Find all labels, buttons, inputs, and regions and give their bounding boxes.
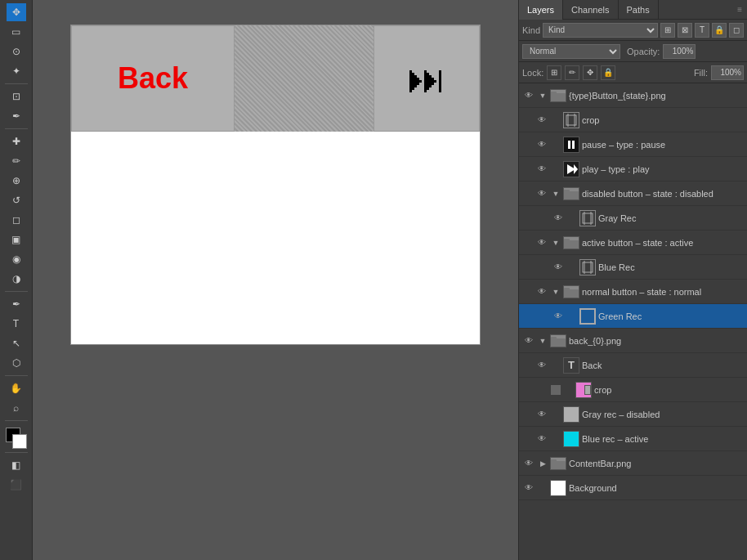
layer-item[interactable]: 👁Blue Rec	[519, 255, 747, 280]
layer-item[interactable]: 👁Gray Rec	[519, 206, 747, 231]
layer-visibility-toggle[interactable]: 👁	[535, 432, 548, 446]
layer-visibility-toggle[interactable]: 👁	[522, 457, 535, 470]
layer-item[interactable]: 👁▼normal button – state : normal	[519, 280, 747, 304]
eyedropper-tool[interactable]: ✒	[7, 107, 26, 125]
move-tool[interactable]: ✥	[7, 3, 26, 21]
lock-all-btn[interactable]: 🔒	[601, 65, 615, 80]
blur-tool[interactable]: ◉	[7, 250, 26, 268]
filter-icon-2[interactable]: ⊠	[678, 23, 692, 38]
shape-tool[interactable]: ⬡	[7, 354, 26, 372]
layer-item[interactable]: 👁▼active button – state : active	[519, 231, 747, 255]
layer-visibility-toggle[interactable]: 👁	[535, 359, 548, 372]
layer-item[interactable]: 👁▼{type}Button_{state}.png	[519, 83, 747, 108]
color-swatch[interactable]	[6, 428, 27, 449]
back-button-preview: Back	[71, 25, 235, 132]
layer-visibility-toggle[interactable]: 👁	[535, 408, 548, 421]
layer-expand-toggle[interactable]	[551, 140, 561, 150]
pen-tool[interactable]: ✒	[7, 295, 26, 313]
opacity-input[interactable]	[663, 44, 696, 59]
filter-select[interactable]: Kind	[543, 23, 658, 38]
layer-expand-toggle[interactable]: ▼	[538, 336, 548, 346]
layer-item[interactable]: 👁pause – type : pause	[519, 132, 747, 157]
divider-5	[5, 420, 28, 421]
filter-icon-4[interactable]: 🔒	[712, 23, 727, 38]
wand-tool[interactable]: ✦	[7, 62, 26, 80]
layer-expand-toggle[interactable]	[551, 164, 561, 174]
layer-expand-toggle[interactable]: ▼	[551, 189, 561, 199]
layer-expand-toggle[interactable]	[567, 213, 577, 223]
layer-expand-toggle[interactable]	[538, 483, 548, 493]
eraser-tool[interactable]: ◻	[7, 211, 26, 229]
layer-visibility-toggle[interactable]: 👁	[522, 482, 535, 495]
layer-expand-toggle[interactable]: ▼	[538, 91, 548, 101]
layer-item[interactable]: 👁Blue rec – active	[519, 427, 747, 451]
text-tool[interactable]: T	[7, 315, 26, 333]
crop-tool[interactable]: ⊡	[7, 87, 26, 105]
zoom-tool[interactable]: ⌕	[7, 399, 26, 417]
layer-item[interactable]: 👁▼back_{0}.png	[519, 329, 747, 353]
screen-mode-tool[interactable]: ⬛	[7, 476, 26, 494]
layer-item[interactable]: 👁crop	[519, 108, 747, 132]
layer-visibility-toggle[interactable]: 👁	[535, 285, 548, 298]
layer-expand-toggle[interactable]	[551, 115, 561, 125]
lasso-tool[interactable]: ⊙	[7, 43, 26, 60]
layer-expand-toggle[interactable]: ▶	[538, 459, 548, 468]
layer-expand-toggle[interactable]	[551, 434, 561, 444]
layer-visibility-toggle[interactable]: 👁	[535, 236, 548, 249]
layer-expand-toggle[interactable]	[551, 361, 561, 370]
layers-list: 👁▼{type}Button_{state}.png👁crop👁pause – …	[519, 83, 747, 560]
background-color[interactable]	[12, 434, 27, 449]
layer-visibility-toggle[interactable]: 👁	[552, 310, 565, 323]
layer-visibility-toggle[interactable]: 👁	[552, 212, 565, 225]
tab-paths[interactable]: Paths	[619, 0, 659, 20]
layer-item[interactable]: 👁▼disabled button – state : disabled	[519, 181, 747, 206]
layer-expand-toggle[interactable]	[551, 410, 561, 419]
layer-item[interactable]: 👁Background	[519, 476, 747, 500]
hand-tool[interactable]: ✋	[7, 379, 26, 397]
filter-icon-1[interactable]: ⊞	[660, 23, 675, 38]
lock-transparency-btn[interactable]: ⊞	[547, 65, 561, 80]
layer-item[interactable]: 👁▶ContentBar.png	[519, 451, 747, 476]
healing-tool[interactable]: ✚	[7, 132, 26, 150]
layer-visibility-toggle[interactable]: 👁	[522, 334, 535, 347]
next-button-preview: ⏭	[374, 25, 480, 132]
layer-visibility-toggle[interactable]: 👁	[535, 138, 548, 151]
lock-image-btn[interactable]: ✏	[565, 65, 579, 80]
layer-item[interactable]: 👁play – type : play	[519, 157, 747, 181]
tab-layers[interactable]: Layers	[519, 0, 563, 20]
dodge-tool[interactable]: ◑	[7, 270, 26, 288]
layer-visibility-toggle[interactable]: 👁	[522, 89, 535, 102]
layer-expand-toggle[interactable]: ▼	[551, 238, 561, 248]
svg-rect-24	[551, 459, 557, 463]
layer-visibility-toggle[interactable]: 👁	[535, 114, 548, 127]
layer-item[interactable]: 👁Green Rec	[519, 304, 747, 329]
brush-tool[interactable]: ✏	[7, 152, 26, 170]
gradient-tool[interactable]: ▣	[7, 231, 26, 249]
layer-expand-toggle[interactable]	[567, 311, 577, 321]
layer-visibility-toggle[interactable]: 👁	[535, 163, 548, 176]
layer-expand-toggle[interactable]	[563, 385, 573, 395]
history-brush-tool[interactable]: ↺	[7, 191, 26, 209]
layer-item[interactable]: 👁Gray rec – disabled	[519, 402, 747, 427]
panel-menu-icon[interactable]: ≡	[737, 5, 747, 14]
layer-item[interactable]: crop	[519, 378, 747, 402]
blend-mode-select[interactable]: Normal	[522, 44, 620, 59]
layer-thumbnail	[563, 236, 579, 249]
filter-row: Kind Kind ⊞ ⊠ T 🔒 ◻	[519, 20, 747, 41]
marquee-tool[interactable]: ▭	[7, 23, 26, 41]
layer-expand-toggle[interactable]	[567, 262, 577, 272]
layer-expand-toggle[interactable]: ▼	[551, 287, 561, 297]
path-selection-tool[interactable]: ↖	[7, 334, 26, 352]
lock-position-btn[interactable]: ✥	[583, 65, 597, 80]
stamp-tool[interactable]: ⊕	[7, 172, 26, 190]
layer-visibility-toggle[interactable]: 👁	[535, 187, 548, 200]
layer-visibility-toggle[interactable]	[535, 383, 548, 396]
filter-icon-3[interactable]: T	[695, 23, 709, 38]
fill-input[interactable]	[711, 65, 744, 80]
layer-visibility-toggle[interactable]: 👁	[552, 261, 565, 274]
quick-mask-tool[interactable]: ◧	[7, 456, 26, 474]
layer-checkbox[interactable]	[551, 385, 561, 395]
tab-channels[interactable]: Channels	[563, 0, 618, 20]
layer-item[interactable]: 👁TBack	[519, 353, 747, 378]
filter-icon-5[interactable]: ◻	[729, 23, 744, 38]
